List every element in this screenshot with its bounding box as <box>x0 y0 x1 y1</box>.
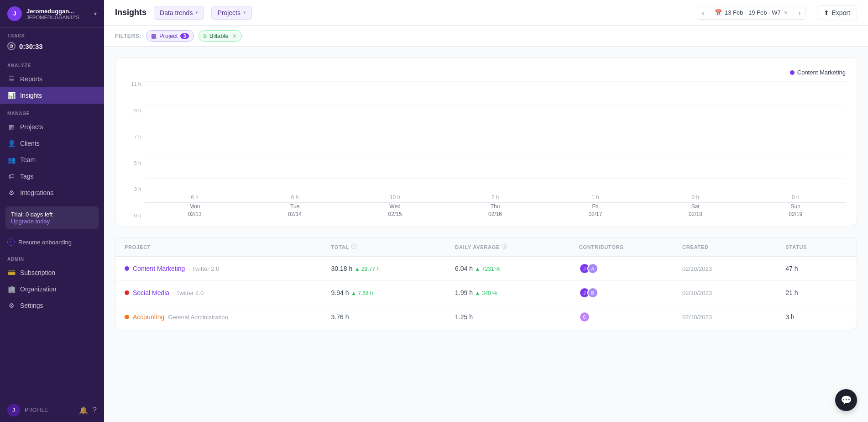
day-thu-total: 7 h <box>492 194 499 202</box>
resume-onboarding[interactable]: ✓ Resume onboarding <box>0 235 104 249</box>
project-cell-3: Accounting General Administration <box>125 313 331 321</box>
prev-date-button[interactable]: ‹ <box>697 6 709 19</box>
day-sat-total: 0 h <box>691 194 699 202</box>
label-sun: Sun02/19 <box>746 203 846 218</box>
project-name-1[interactable]: Content Marketing <box>133 265 185 272</box>
sidebar-item-insights-label: Insights <box>20 92 42 99</box>
sidebar-item-integrations[interactable]: ⚙ Integrations <box>0 185 104 201</box>
day-label-sat: Sat02/18 <box>689 203 702 218</box>
analyze-section-label: ANALYZE <box>0 56 104 71</box>
th-contributors: CONTRIBUTORS <box>579 243 682 251</box>
y-label-3: 3 h <box>134 186 141 192</box>
daily-avg-value-1: 6.04 h <box>455 265 473 272</box>
data-trends-dropdown[interactable]: Data trends ▾ <box>154 6 204 20</box>
legend-content-marketing: Content Marketing <box>790 69 846 76</box>
project-sub-2: · Twitter 2.0 <box>173 290 204 296</box>
contributors-cell-2: J B <box>579 287 682 298</box>
day-labels-row: Mon02/13 Tue02/14 Wed02/15 Thu02/16 Fri0 <box>145 203 846 218</box>
sidebar-item-clients[interactable]: 👤 Clients <box>0 135 104 152</box>
chat-bubble-button[interactable]: 💬 <box>835 389 857 411</box>
daily-avg-value-2: 1.99 h <box>455 289 473 296</box>
integrations-icon: ⚙ <box>7 189 16 197</box>
export-label: Export <box>832 9 850 16</box>
th-status-label: STATUS <box>785 244 807 250</box>
sidebar-item-subscription[interactable]: 💳 Subscription <box>0 264 104 281</box>
manage-section-label: MANAGE <box>0 104 104 119</box>
chevron-down-icon: ▾ <box>195 10 198 16</box>
billable-chip-label: Billable <box>209 32 229 39</box>
day-thu: 7 h <box>445 194 545 202</box>
chart-card: Content Marketing 11 h 9 h 7 h 5 h 3 h 0… <box>115 58 857 226</box>
sidebar-item-integrations-label: Integrations <box>20 189 53 196</box>
table-row: Social Media · Twitter 2.0 9.94 h ▲ 7.68… <box>115 281 857 305</box>
notifications-button[interactable]: 🔔 <box>79 406 88 415</box>
sidebar-item-organization[interactable]: 🏢 Organization <box>0 281 104 297</box>
sidebar-item-settings[interactable]: ⚙ Settings <box>0 297 104 314</box>
total-value-3: 3.76 h <box>331 313 349 321</box>
timer-value: 0:30:33 <box>19 42 43 50</box>
project-filter-chip[interactable]: ▦ Project 3 <box>146 30 194 42</box>
projects-icon: ▦ <box>7 123 16 131</box>
timer-display[interactable]: ⏱ 0:30:33 <box>7 42 97 50</box>
status-cell-2: 21 h <box>785 289 847 296</box>
settings-icon: ⚙ <box>7 301 16 310</box>
day-mon: 6 h <box>145 194 245 202</box>
sidebar-item-team-label: Team <box>20 156 36 164</box>
clear-date-button[interactable]: ✕ <box>784 10 788 16</box>
track-section: TRACK ⏱ 0:30:33 <box>0 28 104 56</box>
contributors-cell-3: C <box>579 311 682 322</box>
export-icon: ⬆ <box>824 9 829 16</box>
help-button[interactable]: ? <box>93 406 97 414</box>
project-name-3[interactable]: Accounting <box>133 313 164 321</box>
trial-text: Trial: 0 days left <box>11 211 93 218</box>
project-cell-2: Social Media · Twitter 2.0 <box>125 289 331 296</box>
table-row: Accounting General Administration 3.76 h… <box>115 305 857 329</box>
project-name-2[interactable]: Social Media <box>133 289 169 296</box>
export-button[interactable]: ⬆ Export <box>817 5 857 20</box>
contrib-avatar-3a: C <box>579 311 590 322</box>
page-title: Insights <box>115 8 146 17</box>
day-wed: 10 h <box>345 194 445 202</box>
project-dot-orange <box>125 315 129 319</box>
sidebar-header[interactable]: J Jeromeduggan... JEROMEDUGGAN82'S... ▾ <box>0 0 104 28</box>
total-change-2: ▲ 7.68 h <box>351 290 373 296</box>
date-range-display: 📅 13 Feb - 19 Feb · W7 ✕ <box>709 6 794 19</box>
profile-avatar[interactable]: J <box>7 404 20 417</box>
project-chip-count: 3 <box>180 33 188 39</box>
day-label-sun: Sun02/19 <box>789 203 802 218</box>
y-label-5: 5 h <box>134 160 141 166</box>
daily-avg-cell-3: 1.25 h <box>455 313 579 321</box>
upgrade-link[interactable]: Upgrade today <box>11 218 93 225</box>
sidebar-item-team[interactable]: 👥 Team <box>0 152 104 168</box>
sidebar-item-projects-label: Projects <box>20 123 43 131</box>
day-fri: 1 h <box>545 194 645 202</box>
legend-label: Content Marketing <box>797 69 846 76</box>
billable-filter-chip[interactable]: $ Billable ✕ <box>199 30 242 42</box>
next-date-button[interactable]: › <box>794 6 805 19</box>
label-thu: Thu02/16 <box>445 203 545 218</box>
projects-dropdown[interactable]: Projects ▾ <box>211 6 252 20</box>
status-cell-3: 3 h <box>785 313 847 321</box>
created-cell-3: 02/10/2023 <box>682 314 785 321</box>
sidebar-item-insights[interactable]: 📊 Insights <box>0 87 104 104</box>
y-label-0: 0 h <box>134 213 141 218</box>
sidebar-item-tags[interactable]: 🏷 Tags <box>0 168 104 185</box>
total-cell-3: 3.76 h <box>331 313 455 321</box>
sidebar-item-reports[interactable]: ☰ Reports <box>0 71 104 87</box>
day-wed-total: 10 h <box>390 194 400 202</box>
user-avatar: J <box>7 6 22 21</box>
project-chip-label: Project <box>159 32 178 39</box>
y-label-9: 9 h <box>134 108 141 113</box>
contrib-avatar-2b: B <box>587 287 598 298</box>
table-card: PROJECT TOTALⓘ DAILY AVERAGEⓘ CONTRIBUTO… <box>115 237 857 329</box>
sidebar-item-projects[interactable]: ▦ Projects <box>0 119 104 135</box>
grid-lines <box>145 81 846 202</box>
day-label-mon: Mon02/13 <box>188 203 202 218</box>
topbar: Insights Data trends ▾ Projects ▾ ‹ 📅 13… <box>104 0 868 26</box>
profile-label: PROFILE <box>25 407 74 413</box>
remove-billable-filter-button[interactable]: ✕ <box>232 33 237 39</box>
th-contributors-label: CONTRIBUTORS <box>579 244 624 250</box>
th-created-label: CREATED <box>682 244 709 250</box>
sidebar-bottom: J PROFILE 🔔 ? <box>0 398 104 422</box>
projects-dropdown-label: Projects <box>217 9 241 16</box>
